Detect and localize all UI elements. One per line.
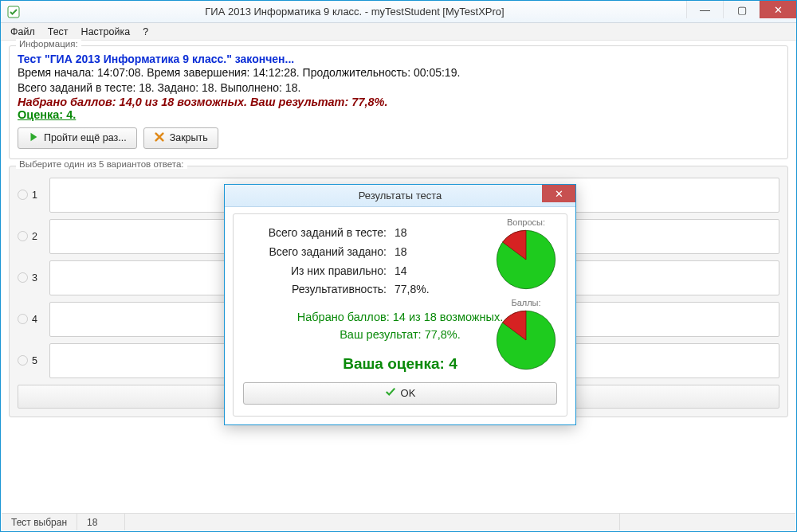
stat-result-val: 77,8%. (395, 280, 434, 299)
close-test-button-label: Закрыть (170, 132, 208, 143)
info-time-line: Время начала: 14:07:08. Время завершения… (18, 65, 779, 80)
close-x-icon (154, 131, 165, 145)
stat-asked-label: Всего заданий задано: (243, 243, 395, 262)
dialog-close-button[interactable]: ✕ (542, 185, 575, 202)
status-cell-1: Тест выбран (2, 514, 77, 530)
menu-settings[interactable]: Настройка (75, 25, 137, 39)
menu-help[interactable]: ? (136, 25, 155, 39)
stat-asked-val: 18 (395, 243, 434, 262)
stat-total-val: 18 (395, 224, 434, 243)
status-cell-2: 18 (77, 514, 125, 530)
answer-label: 3 (32, 272, 37, 284)
pie1-label: Вопросы: (492, 217, 560, 227)
answer-label: 5 (32, 355, 37, 366)
results-dialog: Результаты теста ✕ Вопросы: Баллы: (224, 184, 576, 425)
answer-radio-5[interactable]: 5 (18, 355, 41, 366)
dialog-content: Вопросы: Баллы: Всего заданий в тесте:18 (233, 213, 567, 417)
info-groupbox: Информация: Тест "ГИА 2013 Информатика 9… (9, 45, 788, 159)
info-test-title: Тест "ГИА 2013 Информатика 9 класс." зак… (18, 53, 779, 65)
answer-radio-2[interactable]: 2 (18, 231, 41, 242)
answer-radio-4[interactable]: 4 (18, 314, 41, 325)
answer-label: 4 (32, 314, 37, 325)
stat-correct-val: 14 (395, 262, 434, 281)
window-title: ГИА 2013 Информатика 9 класс. - myTestSt… (25, 6, 685, 18)
questions-pie-icon (492, 229, 560, 293)
retry-button[interactable]: Пройти ещё раз... (18, 127, 137, 149)
answer-radio-3[interactable]: 3 (18, 272, 41, 284)
stat-total-label: Всего заданий в тесте: (243, 224, 395, 243)
pie2-label: Баллы: (492, 298, 560, 307)
status-bar: Тест выбран 18 (2, 513, 795, 530)
stat-result-label: Результативность: (243, 280, 395, 299)
answer-label: 1 (32, 190, 37, 201)
stat-correct-label: Из них правильно: (243, 262, 395, 281)
dialog-titlebar: Результаты теста ✕ (225, 185, 575, 207)
retry-button-label: Пройти ещё раз... (44, 132, 127, 143)
window-titlebar: ГИА 2013 Информатика 9 класс. - myTestSt… (1, 1, 796, 23)
menu-file[interactable]: Файл (4, 25, 41, 39)
status-cell-4 (620, 514, 795, 530)
info-count-line: Всего заданий в тесте: 18. Задано: 18. В… (18, 80, 779, 96)
dialog-title: Результаты теста (359, 190, 442, 201)
check-green-icon (385, 386, 396, 400)
ok-button[interactable]: OK (243, 382, 557, 405)
window-buttons: — ▢ ✕ (686, 1, 796, 18)
minimize-button[interactable]: — (686, 1, 723, 18)
status-cell-3 (125, 514, 620, 530)
answers-legend: Выберите один из 5 вариантов ответа: (16, 159, 187, 169)
info-score-line: Набрано баллов: 14,0 из 18 возможных. Ва… (18, 96, 779, 108)
menu-bar: Файл Тест Настройка ? (1, 23, 796, 41)
close-test-button[interactable]: Закрыть (143, 127, 218, 149)
menu-test[interactable]: Тест (41, 25, 75, 39)
points-pie-icon (492, 309, 560, 374)
ok-button-label: OK (401, 387, 416, 399)
app-icon (7, 6, 20, 18)
info-grade-line: Оценка: 4. (18, 108, 779, 121)
maximize-button[interactable]: ▢ (723, 1, 760, 18)
close-button[interactable]: ✕ (760, 1, 796, 18)
answer-label: 2 (32, 231, 37, 242)
info-legend: Информация: (16, 39, 81, 49)
play-icon (28, 131, 39, 145)
answer-radio-1[interactable]: 1 (18, 190, 41, 201)
pie-charts: Вопросы: Баллы: (492, 217, 560, 378)
